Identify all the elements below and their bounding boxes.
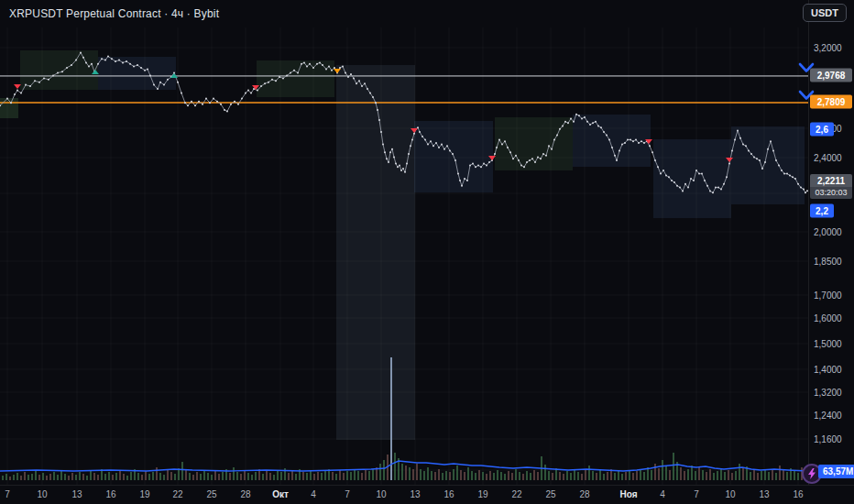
volume-bar bbox=[390, 357, 392, 480]
candle-dot bbox=[424, 139, 426, 141]
sell-marker-icon[interactable] bbox=[14, 84, 21, 89]
candle-dot bbox=[668, 176, 670, 178]
candle-dot bbox=[715, 187, 717, 189]
volume-bar bbox=[152, 472, 154, 480]
candle-dot bbox=[720, 189, 722, 191]
zone-box-navy[interactable] bbox=[731, 126, 805, 204]
candle-dot bbox=[226, 111, 228, 113]
volume-bar bbox=[442, 473, 443, 480]
volume-bar bbox=[629, 470, 630, 480]
candle-dot bbox=[624, 142, 626, 144]
candle-dot bbox=[126, 60, 127, 62]
volume-bar bbox=[108, 472, 110, 480]
candle-dot bbox=[80, 51, 82, 53]
volume-bar bbox=[354, 469, 356, 480]
candle-dot bbox=[334, 67, 335, 69]
volume-bar bbox=[233, 467, 235, 480]
candle-dot bbox=[43, 77, 45, 79]
volume-bar bbox=[585, 469, 586, 480]
volume-bar bbox=[768, 472, 770, 480]
volume-bar bbox=[508, 471, 509, 480]
volume-bar bbox=[409, 467, 411, 480]
volume-bar bbox=[552, 473, 553, 480]
volume-bar bbox=[783, 469, 784, 480]
volume-bar bbox=[60, 470, 62, 480]
volume-bar bbox=[724, 472, 726, 480]
volume-bar bbox=[350, 472, 352, 480]
time-tick-label: 7 bbox=[694, 489, 699, 499]
volume-ma-line bbox=[0, 461, 807, 471]
candle-dot bbox=[408, 153, 410, 155]
currency-toggle-button[interactable]: USDT bbox=[803, 4, 847, 22]
candle-dot bbox=[640, 140, 642, 142]
candle-dot bbox=[597, 126, 599, 127]
zone-box-pale[interactable] bbox=[336, 65, 415, 440]
candle-dot bbox=[466, 180, 468, 181]
volume-bar bbox=[709, 469, 711, 480]
volume-bar bbox=[203, 470, 205, 480]
zone-box-navy[interactable] bbox=[573, 115, 651, 167]
candle-dot bbox=[621, 144, 623, 146]
candle-dot bbox=[187, 104, 189, 106]
volume-bar bbox=[379, 464, 381, 480]
candle-dot bbox=[316, 63, 318, 65]
candle-dot bbox=[382, 144, 384, 146]
candle-dot bbox=[457, 173, 459, 175]
volume-bar bbox=[489, 471, 491, 480]
volume-bar bbox=[269, 473, 271, 480]
candle-dot bbox=[342, 66, 344, 68]
price-tick-label: 1,6000 bbox=[814, 313, 842, 323]
candle-dot bbox=[540, 158, 542, 159]
candle-dot bbox=[325, 68, 327, 70]
candle-dot bbox=[224, 109, 225, 111]
candle-dot bbox=[250, 93, 252, 94]
time-tick-month-label: Окт bbox=[272, 489, 289, 499]
candle-dot bbox=[701, 173, 703, 175]
volume-bar bbox=[192, 475, 194, 480]
volume-bar bbox=[82, 474, 84, 480]
volume-bar bbox=[665, 466, 667, 480]
candle-dot bbox=[14, 93, 16, 95]
candle-dot bbox=[643, 142, 645, 144]
volume-bar bbox=[247, 473, 249, 480]
candle-dot bbox=[564, 121, 566, 123]
volume-bar bbox=[71, 473, 73, 480]
candle-dot bbox=[271, 79, 273, 81]
symbol-title[interactable]: XRPUSDT Perpetual Contract · 4ч · Bybit bbox=[9, 7, 219, 20]
time-tick-label: 10 bbox=[376, 489, 386, 499]
candle-dot bbox=[364, 82, 366, 84]
candle-dot bbox=[542, 153, 544, 155]
candle-dot bbox=[759, 159, 761, 161]
volume-bar bbox=[775, 473, 777, 480]
volume-bar bbox=[383, 460, 385, 480]
volume-bar bbox=[467, 467, 469, 480]
volume-bar bbox=[13, 475, 15, 480]
candle-dot bbox=[712, 192, 714, 193]
zone-box-navy[interactable] bbox=[653, 139, 731, 218]
volume-bar bbox=[240, 474, 242, 480]
volume-bar bbox=[717, 471, 718, 480]
candle-dot bbox=[614, 155, 616, 157]
candle-dot bbox=[319, 61, 321, 63]
candle-dot bbox=[651, 151, 653, 153]
candle-dot bbox=[205, 98, 207, 100]
candle-dot bbox=[635, 139, 637, 141]
candle-dot bbox=[486, 164, 487, 166]
candle-dot bbox=[480, 166, 482, 168]
volume-bar bbox=[698, 466, 700, 480]
volume-bar bbox=[97, 475, 99, 480]
volume-bar bbox=[64, 474, 66, 480]
price-axis[interactable]: 3,20002,60002,40002,00001,85001,70001,60… bbox=[808, 0, 854, 485]
candle-dot bbox=[216, 101, 218, 103]
chart-canvas[interactable] bbox=[0, 0, 854, 504]
volume-bar bbox=[530, 473, 531, 480]
volume-bar bbox=[643, 472, 645, 480]
candle-dot bbox=[706, 185, 708, 187]
time-axis[interactable]: 710131619222528Окт4710131619222528Ноя471… bbox=[0, 485, 854, 504]
volume-bar bbox=[145, 471, 147, 480]
volume-bar bbox=[31, 474, 33, 480]
volume-bar bbox=[794, 471, 795, 480]
volume-bar bbox=[431, 471, 432, 480]
candle-dot bbox=[309, 63, 311, 65]
candle-dot bbox=[461, 185, 463, 187]
